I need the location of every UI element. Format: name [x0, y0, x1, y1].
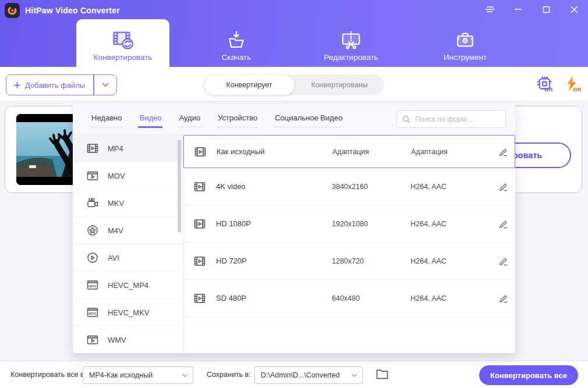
- format-item-mp4[interactable]: MP4: [73, 135, 183, 162]
- menu-icon[interactable]: [476, 0, 504, 19]
- preset-name: HD 720P: [216, 257, 332, 265]
- edit-pencil-icon[interactable]: [497, 180, 510, 193]
- edit-pencil-icon[interactable]: [497, 145, 510, 158]
- open-folder-icon[interactable]: [376, 368, 389, 380]
- add-files-label: Добавить файлы: [25, 81, 85, 90]
- preset-row-720p[interactable]: HD 720P 1280x720 H264, AAC: [183, 243, 515, 280]
- video-camera-icon: [86, 196, 100, 210]
- format-label: MOV: [108, 172, 125, 180]
- save-path-select[interactable]: D:\Admin\D...\Converted: [254, 366, 363, 384]
- preset-codec: H264, AAC: [410, 220, 492, 228]
- tab-download[interactable]: Скачать: [196, 19, 277, 67]
- preset-name: HD 1080P: [216, 219, 332, 228]
- format-label: WMV: [108, 336, 126, 344]
- play-circle-icon: [86, 251, 100, 265]
- toggle-converted[interactable]: Конвертированы: [295, 74, 384, 95]
- preset-name: SD 480P: [216, 294, 332, 302]
- film-play-icon: [86, 141, 100, 155]
- format-label: M4V: [108, 226, 123, 235]
- format-list: MP4 MOV MKV M4V AVI HEVC_MP4: [73, 135, 183, 353]
- toolbox-icon: [454, 27, 476, 52]
- clapper-play-icon: [86, 169, 100, 183]
- toolbar: Добавить файлы Конвертирует Конвертирова…: [0, 67, 588, 102]
- preset-row-480p[interactable]: SD 480P 640x480 H264, AAC: [183, 280, 515, 317]
- tab-download-label: Скачать: [222, 53, 252, 62]
- preset-row-original[interactable]: Как исходный Адаптация Адаптация: [183, 135, 515, 168]
- format-item-wmv[interactable]: WMV: [73, 326, 183, 353]
- tab-convert[interactable]: Конвертировать: [76, 19, 169, 67]
- panel-tab-device[interactable]: Устройство: [217, 110, 258, 128]
- preset-codec: H264, AAC: [410, 294, 492, 302]
- save-path-value: D:\Admin\D...\Converted: [261, 371, 339, 379]
- output-format-panel: Недавно Видео Аудио Устройство Социально…: [73, 104, 515, 353]
- app-title: HitPaw Video Converter: [25, 6, 120, 15]
- chevron-down-icon: [182, 373, 188, 378]
- preset-list: Как исходный Адаптация Адаптация 4K vide…: [183, 135, 515, 353]
- format-item-hevc-mkv[interactable]: HEVC_MKV: [73, 299, 183, 326]
- output-format-select[interactable]: MP4-Как исходный: [83, 366, 193, 384]
- preset-resolution: 640x480: [332, 294, 410, 302]
- preset-name: Как исходный: [217, 147, 332, 156]
- edit-pencil-icon[interactable]: [497, 292, 510, 305]
- format-item-mov[interactable]: MOV: [73, 162, 183, 190]
- clapper-play-icon: [86, 333, 100, 347]
- tab-edit-label: Редактировать: [324, 53, 378, 62]
- preset-name: 4K video: [216, 182, 332, 191]
- edit-pencil-icon[interactable]: [497, 255, 510, 268]
- preset-row-4k[interactable]: 4K video 3840x2160 H264, AAC: [183, 168, 515, 205]
- preset-codec: H264, AAC: [410, 183, 492, 191]
- panel-tab-video[interactable]: Видео: [138, 110, 162, 128]
- panel-tab-social[interactable]: Социальное Видео: [274, 110, 343, 128]
- toggle-converting[interactable]: Конвертирует: [204, 74, 295, 95]
- tab-edit[interactable]: Редактировать: [304, 19, 398, 67]
- format-item-avi[interactable]: AVI: [73, 244, 183, 272]
- format-search-input[interactable]: [415, 115, 491, 123]
- preset-resolution: 3840x2160: [332, 183, 410, 191]
- panel-tab-recent[interactable]: Недавно: [90, 110, 123, 128]
- boost-lightning-icon[interactable]: on: [562, 74, 582, 93]
- chevron-down-icon: [351, 373, 357, 378]
- preset-resolution: 1920x1080: [332, 220, 410, 228]
- boost-on-label: on: [573, 86, 581, 92]
- format-label: HEVC_MKV: [108, 308, 150, 317]
- panel-tab-audio[interactable]: Аудио: [178, 110, 201, 128]
- convert-all-button[interactable]: Конвертировать все: [479, 365, 578, 385]
- minimize-button[interactable]: [504, 0, 532, 19]
- preset-resolution: 1280x720: [332, 257, 410, 265]
- scrollbar[interactable]: [178, 140, 181, 233]
- hardware-acceleration-icon[interactable]: on: [536, 74, 554, 93]
- bottom-bar: Конвертировать все в: MP4-Как исходный С…: [0, 361, 588, 388]
- preset-codec: H264, AAC: [410, 257, 492, 265]
- preset-codec: Адаптация: [411, 148, 493, 156]
- edit-pencil-icon[interactable]: [497, 218, 510, 230]
- titlebar: HitPaw Video Converter: [0, 0, 588, 19]
- add-files-button[interactable]: Добавить файлы: [6, 74, 117, 95]
- film-play-icon: [193, 145, 207, 159]
- film-play-icon: [193, 217, 207, 231]
- app-logo-icon: [5, 3, 20, 18]
- convert-status-toggle: Конвертирует Конвертированы: [204, 74, 384, 95]
- film-play-icon: [193, 291, 207, 305]
- format-search-box[interactable]: [396, 111, 506, 128]
- save-to-label: Сохранить в:: [207, 371, 251, 379]
- plus-icon: [13, 81, 21, 89]
- header: HitPaw Video Converter: [0, 0, 588, 67]
- convert-all-to-label: Конвертировать все в:: [10, 371, 86, 379]
- format-item-m4v[interactable]: M4V: [73, 217, 183, 244]
- download-folder-icon: [225, 27, 247, 52]
- hevc-clapper-icon: [86, 305, 100, 319]
- preset-row-1080p[interactable]: HD 1080P 1920x1080 H264, AAC: [183, 205, 515, 243]
- maximize-button[interactable]: [532, 0, 560, 19]
- format-item-mkv[interactable]: MKV: [73, 190, 183, 217]
- format-item-hevc-mp4[interactable]: HEVC_MP4: [73, 272, 183, 299]
- add-files-dropdown-button[interactable]: [94, 75, 116, 95]
- close-button[interactable]: [560, 0, 588, 19]
- film-reel-icon: [86, 223, 100, 237]
- tab-toolbox[interactable]: Инструмент: [424, 19, 506, 67]
- output-format-value: MP4-Как исходный: [89, 371, 153, 379]
- panel-header: Недавно Видео Аудио Устройство Социально…: [73, 104, 515, 135]
- format-label: HEVC_MP4: [108, 281, 148, 290]
- edit-cut-icon: [339, 27, 363, 52]
- hw-accel-on-label: on: [544, 86, 552, 92]
- chevron-down-icon: [102, 83, 109, 87]
